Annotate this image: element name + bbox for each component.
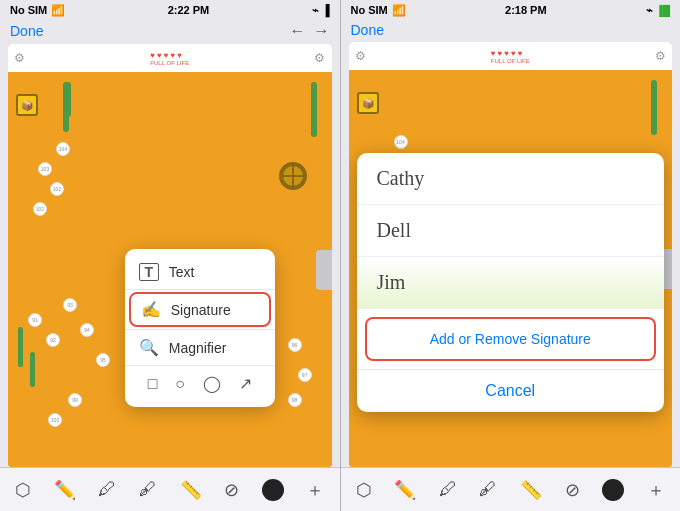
right-eraser-icon[interactable]: ⊘ xyxy=(565,479,580,501)
dell-signature: Dell xyxy=(377,219,411,242)
hearts-row: ♥ ♥ ♥ ♥ ♥ xyxy=(150,51,189,60)
cathy-signature: Cathy xyxy=(377,167,425,190)
full-of-life-text: FULL OF LIFE xyxy=(150,60,189,66)
path-node-95: 95 xyxy=(96,353,110,367)
eraser-icon[interactable]: ⊘ xyxy=(224,479,239,501)
left-status-left: No SIM 📶 xyxy=(10,4,65,17)
right-top-bar: Done xyxy=(341,20,681,42)
path-node-101: 101 xyxy=(33,202,47,216)
path-node-97: 97 xyxy=(298,368,312,382)
menu-divider-1 xyxy=(125,289,275,290)
path-node-99: 99 xyxy=(68,393,82,407)
right-path-104: 104 xyxy=(394,135,408,149)
game-wheel xyxy=(279,162,307,190)
right-ruler-icon[interactable]: 📏 xyxy=(520,479,542,501)
shape-square-icon[interactable]: □ xyxy=(148,375,158,393)
path-node-96: 96 xyxy=(288,338,302,352)
menu-item-magnifier[interactable]: 🔍 Magnifier xyxy=(125,330,275,365)
right-wifi-icon: 📶 xyxy=(392,4,406,17)
right-cactus-1 xyxy=(651,80,657,135)
signature-picker-popup: Cathy Dell Jim Add or Remove Signature C… xyxy=(357,153,665,412)
left-bottom-toolbar: ⬡ ✏️ 🖊 🖋 📏 ⊘ ＋ xyxy=(0,467,340,511)
pen-icon-3[interactable]: 🖋 xyxy=(139,479,157,500)
right-chest: 📦 xyxy=(357,92,379,114)
menu-item-text[interactable]: T Text xyxy=(125,255,275,289)
right-screen-content: ⚙ ♥ ♥ ♥ ♥ ♥ FULL OF LIFE ⚙ xyxy=(349,42,673,467)
right-game-menu-icon[interactable]: ⚙ xyxy=(655,49,666,63)
path-node-92: 92 xyxy=(46,333,60,347)
left-screen-content: ⚙ ♥ ♥ ♥ ♥ ♥ FULL OF LIFE ⚙ xyxy=(8,44,332,467)
signature-item-cathy[interactable]: Cathy xyxy=(357,153,665,205)
cancel-button[interactable]: Cancel xyxy=(357,369,665,412)
left-carrier: No SIM xyxy=(10,4,47,16)
path-node-104: 104 xyxy=(56,142,70,156)
left-status-bar: No SIM 📶 2:22 PM ⌁ ▐ xyxy=(0,0,340,20)
pen-icon-2[interactable]: 🖊 xyxy=(98,479,116,500)
right-share-icon[interactable]: ⬡ xyxy=(356,479,372,501)
right-circle-tool[interactable] xyxy=(602,479,624,501)
path-node-98: 98 xyxy=(288,393,302,407)
left-top-bar: Done ← → xyxy=(0,20,340,44)
menu-item-signature[interactable]: ✍️ Signature xyxy=(129,292,271,327)
path-node-94: 94 xyxy=(80,323,94,337)
left-time: 2:22 PM xyxy=(168,4,210,16)
right-status-right: ⌁ ▐█ xyxy=(646,4,670,17)
right-pen-icon-1[interactable]: ✏️ xyxy=(394,479,416,501)
left-battery-icon: ▐ xyxy=(322,4,330,16)
right-game-settings-icon[interactable]: ⚙ xyxy=(355,49,366,63)
left-back-icon[interactable]: ← xyxy=(290,22,306,40)
pen-icon-1[interactable]: ✏️ xyxy=(54,479,76,501)
game-hearts-container: ♥ ♥ ♥ ♥ ♥ FULL OF LIFE xyxy=(150,51,189,66)
menu-magnifier-label: Magnifier xyxy=(169,340,227,356)
share-icon[interactable]: ⬡ xyxy=(15,479,31,501)
shape-arrow-icon[interactable]: ↗ xyxy=(239,374,252,393)
left-forward-icon[interactable]: → xyxy=(314,22,330,40)
cactus-bottom-2 xyxy=(30,352,35,387)
left-phone-panel: No SIM 📶 2:22 PM ⌁ ▐ Done ← → ⚙ ♥ ♥ xyxy=(0,0,340,511)
signature-item-dell[interactable]: Dell xyxy=(357,205,665,257)
right-done-button[interactable]: Done xyxy=(351,22,384,38)
left-done-button[interactable]: Done xyxy=(10,23,43,39)
right-pen-icon-3[interactable]: 🖋 xyxy=(479,479,497,500)
magnifier-icon: 🔍 xyxy=(139,338,159,357)
right-hearts-row: ♥ ♥ ♥ ♥ ♥ xyxy=(491,49,530,58)
right-full-of-life: FULL OF LIFE xyxy=(491,58,530,64)
left-bt-icon: ⌁ xyxy=(312,4,319,17)
path-node-103: 103 xyxy=(38,162,52,176)
signature-icon: ✍️ xyxy=(141,300,161,319)
cactus-2 xyxy=(65,82,71,117)
right-hearts-container: ♥ ♥ ♥ ♥ ♥ FULL OF LIFE xyxy=(491,49,530,64)
game-menu-icon[interactable]: ⚙ xyxy=(314,51,325,65)
shape-circle-icon[interactable]: ○ xyxy=(175,375,185,393)
shape-row: □ ○ ◯ ↗ xyxy=(125,366,275,401)
ruler-icon[interactable]: 📏 xyxy=(180,479,202,501)
left-wifi-icon: 📶 xyxy=(51,4,65,17)
cactus-3 xyxy=(311,82,317,137)
path-node-93: 93 xyxy=(63,298,77,312)
heart-5: ♥ xyxy=(177,51,182,60)
context-menu: T Text ✍️ Signature 🔍 Magnifier □ ○ ◯ ↗ xyxy=(125,249,275,407)
add-icon[interactable]: ＋ xyxy=(306,478,324,502)
game-settings-icon[interactable]: ⚙ xyxy=(14,51,25,65)
left-status-right: ⌁ ▐ xyxy=(312,4,330,17)
path-node-91: 91 xyxy=(28,313,42,327)
chest-icon: 📦 xyxy=(21,100,33,111)
right-status-bar: No SIM 📶 2:18 PM ⌁ ▐█ xyxy=(341,0,681,20)
shape-speech-icon[interactable]: ◯ xyxy=(203,374,221,393)
left-nav-icons: ← → xyxy=(290,22,330,40)
scroll-handle[interactable] xyxy=(316,250,332,290)
heart-4: ♥ xyxy=(171,51,176,60)
right-phone-panel: No SIM 📶 2:18 PM ⌁ ▐█ Done ⚙ ♥ ♥ ♥ ♥ xyxy=(341,0,681,511)
signature-item-jim[interactable]: Jim xyxy=(357,257,665,309)
right-add-icon[interactable]: ＋ xyxy=(647,478,665,502)
game-overlay-bar: ⚙ ♥ ♥ ♥ ♥ ♥ FULL OF LIFE ⚙ xyxy=(8,44,332,72)
path-node-102: 102 xyxy=(50,182,64,196)
cactus-bottom-1 xyxy=(18,327,23,367)
cancel-label: Cancel xyxy=(485,382,535,400)
right-game-overlay: ⚙ ♥ ♥ ♥ ♥ ♥ FULL OF LIFE ⚙ xyxy=(349,42,673,70)
circle-tool[interactable] xyxy=(262,479,284,501)
right-status-left: No SIM 📶 xyxy=(351,4,406,17)
heart-1: ♥ xyxy=(150,51,155,60)
right-pen-icon-2[interactable]: 🖊 xyxy=(439,479,457,500)
add-remove-signature-button[interactable]: Add or Remove Signature xyxy=(365,317,657,361)
